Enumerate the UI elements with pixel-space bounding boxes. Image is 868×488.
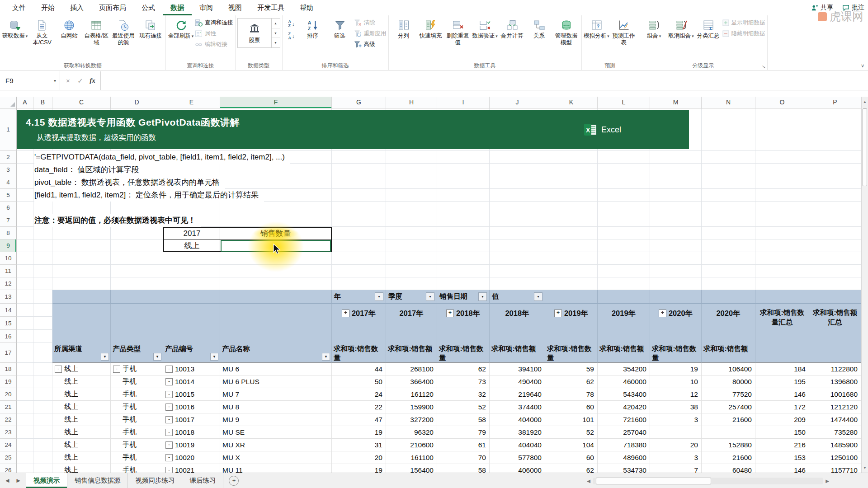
cell-value[interactable]: 24 [332,388,386,401]
cell-value[interactable]: 159900 [386,401,437,413]
row-header-5[interactable]: 5 [0,189,17,202]
field-dropdown-icon[interactable]: ▾ [478,292,487,301]
column-header-N[interactable]: N [702,97,755,108]
row-header-2[interactable]: 2 [0,151,17,164]
cell-value[interactable]: 58 [437,464,490,473]
ungroup-button[interactable]: 取消组合▾ [668,16,694,40]
cell-code[interactable]: -10017 [163,413,220,426]
column-header-A[interactable]: A [17,97,33,108]
row-header-8[interactable]: 8 [0,227,17,239]
cell-value[interactable]: 406000 [490,464,545,473]
collapse-icon[interactable]: - [165,467,173,473]
from-text-csv-button[interactable]: 从文本/CSV [29,16,55,46]
cell-value[interactable]: 32 [437,388,490,401]
refresh-all-button[interactable]: 全部刷新▾ [168,16,194,40]
cell-value[interactable]: 60 [545,401,598,413]
cell-channel[interactable]: 线上 [52,426,111,439]
name-box[interactable]: F9 ▾ [0,71,60,90]
cell-value[interactable]: 19 [332,426,386,439]
cell-value[interactable]: 489600 [598,451,650,464]
cell-value[interactable]: 577800 [490,451,545,464]
cell-product-name[interactable]: MU 6 [220,363,332,375]
row-header-19[interactable]: 19 [0,375,17,388]
cell-value[interactable]: 31 [332,439,386,451]
cell-value[interactable]: 12 [650,388,702,401]
sheet-tab-homework[interactable]: 课后练习 [182,473,223,488]
collapse-icon[interactable]: - [165,416,173,423]
cell-channel[interactable]: 线上 [52,375,111,388]
cell-value[interactable]: 257400 [702,401,755,413]
column-header-P[interactable]: P [809,97,861,108]
cell-type[interactable]: 手机 [111,388,163,401]
cell-value[interactable]: 44 [332,363,386,375]
cell-value[interactable]: 184 [755,363,809,375]
cell-value[interactable]: 460000 [598,375,650,388]
cell-value[interactable]: 1485900 [809,439,861,451]
gallery-up-button[interactable]: ▲ [272,19,280,28]
existing-connections-button[interactable]: 现有连接 [137,16,164,39]
cell-value[interactable]: 1250100 [809,451,861,464]
subtotal-button[interactable]: Σ 分类汇总 [695,16,722,39]
row-header-20[interactable]: 20 [0,388,17,401]
cell-value[interactable]: 534730 [598,464,650,473]
cell-channel[interactable]: 线上 [52,388,111,401]
sheet-tab-sales-data-source[interactable]: 销售信息数据源 [67,473,128,488]
row-header-26[interactable]: 26 [0,464,17,473]
cell-value[interactable]: 161100 [386,451,437,464]
cell-value[interactable]: 60480 [702,464,755,473]
cell-value[interactable]: 58 [437,413,490,426]
column-header-I[interactable]: I [437,97,490,108]
data-validation-button[interactable]: 数据验证▾ [472,16,498,40]
tab-file[interactable]: 文件 [5,0,33,15]
sheet-nav-left-icon[interactable]: ◀ [5,478,9,483]
row-header-24[interactable]: 24 [0,439,17,451]
cell-value[interactable]: 60 [545,451,598,464]
sheet-nav-right-icon[interactable]: ▶ [16,478,20,483]
vscroll-up-arrow[interactable]: ▲ [862,97,868,107]
row-header-10[interactable]: 10 [0,252,17,265]
cell-value[interactable]: 153 [755,451,809,464]
column-header-C[interactable]: C [52,97,111,108]
cell-value[interactable]: 156400 [386,464,437,473]
hscroll-left-arrow[interactable]: ◀ [584,479,593,483]
column-header-J[interactable]: J [490,97,545,108]
cell-value[interactable]: 52 [545,426,598,439]
column-header-L[interactable]: L [598,97,650,108]
collapse-icon[interactable]: - [55,366,62,373]
column-header-B[interactable]: B [33,97,52,108]
cell-value[interactable]: 721600 [598,413,650,426]
filter-dropdown-icon[interactable]: ▼ [322,353,330,361]
cell-code[interactable]: -10016 [163,401,220,413]
cell-value[interactable]: 50 [332,375,386,388]
cell-type[interactable]: 手机 [111,375,163,388]
cell-type[interactable]: -手机 [111,363,163,375]
cell-value[interactable]: 1396800 [809,375,861,388]
insert-function-button[interactable]: fx [86,77,99,84]
advanced-filter-button[interactable]: 高级 [354,41,387,48]
cell-value[interactable]: 209 [755,413,809,426]
sort-button[interactable]: AZ 排序 [300,16,326,39]
cell-value[interactable]: 20 [332,451,386,464]
cell-value[interactable]: 327200 [386,413,437,426]
new-sheet-button[interactable]: + [229,476,239,486]
cell-value[interactable]: 47 [332,413,386,426]
dialog-launcher-icon[interactable]: ↘ [762,64,765,69]
cell-channel[interactable]: 线上 [52,464,111,473]
name-box-dropdown-icon[interactable]: ▾ [53,78,56,83]
what-if-analysis-button[interactable]: ? 模拟分析▾ [584,16,610,40]
cell-value[interactable]: 104 [545,439,598,451]
cell-value[interactable]: 152880 [702,439,755,451]
filter-button[interactable]: 筛选 [327,16,353,39]
from-web-button[interactable]: 自网站 [56,16,82,39]
group-button[interactable]: 组合▾ [641,16,667,40]
gallery-down-button[interactable]: ▼ [272,28,280,38]
flash-fill-button[interactable]: 快速填充 [418,16,444,39]
cell-value[interactable]: 354200 [598,363,650,375]
cell-value[interactable]: 21600 [702,413,755,426]
cell-value[interactable]: 101 [545,413,598,426]
row-header-16[interactable]: 16 [0,330,17,343]
cell-value[interactable]: 420420 [598,401,650,413]
sort-descending-button[interactable]: ZA ↓ [284,31,299,41]
cell-channel[interactable]: -线上 [52,363,111,375]
properties-button[interactable]: 属性 [195,30,233,38]
